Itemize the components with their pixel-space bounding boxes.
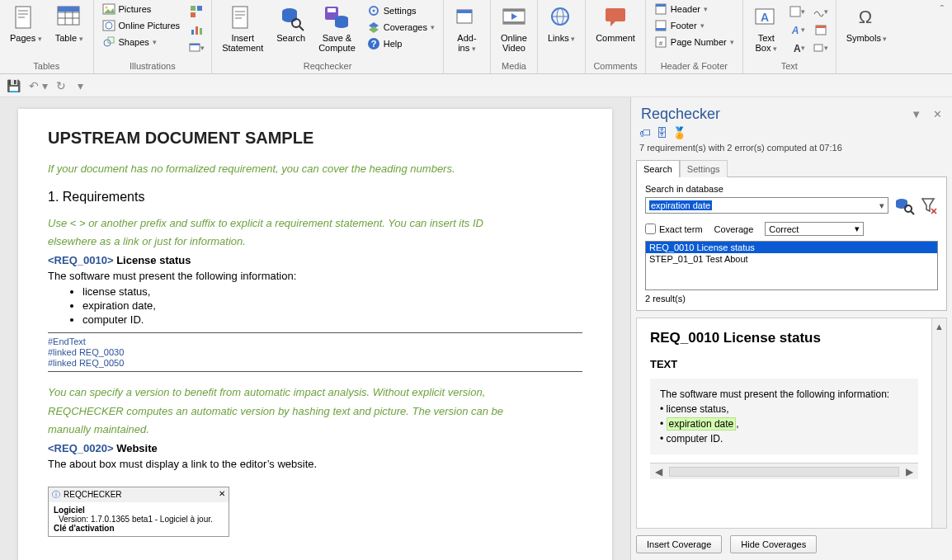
- document-area[interactable]: UPSTREAM DOCUMENT SAMPLE If your documen…: [0, 97, 630, 560]
- close-icon[interactable]: ✕: [933, 108, 942, 120]
- detail-heading: REQ_0010 License status: [650, 330, 918, 346]
- search-box: Search in database expiration date ▾ Exa…: [636, 176, 947, 311]
- endtext: #EndText: [48, 336, 582, 346]
- svg-text:A: A: [791, 25, 799, 35]
- svg-text:A: A: [761, 11, 769, 24]
- coverages-label: Coverages: [384, 22, 427, 32]
- hide-coverages-button[interactable]: Hide Coverages: [730, 535, 817, 553]
- footer-button[interactable]: Footer: [651, 18, 738, 33]
- save-compute-button[interactable]: Save & Compute: [313, 2, 361, 56]
- popup-titlebar: ⓘREQCHECKER ✕: [49, 487, 229, 502]
- chevron-down-icon: ▾: [855, 224, 860, 234]
- coverages-button[interactable]: Coverages: [364, 20, 438, 35]
- page: UPSTREAM DOCUMENT SAMPLE If your documen…: [18, 109, 612, 560]
- detail-scroll[interactable]: REQ_0010 License status TEXT The softwar…: [637, 318, 931, 528]
- ribbon-group-text: AText Box A A Text: [743, 0, 837, 73]
- smartart-button[interactable]: [188, 3, 205, 20]
- shapes-icon: [102, 35, 115, 49]
- scroll-left-icon[interactable]: ◀: [655, 466, 662, 478]
- tag-icon[interactable]: 🏷: [639, 126, 651, 139]
- pages-button[interactable]: Pages: [5, 2, 47, 46]
- popup-line2: Version: 1.7.0.1365 beta1 - Logiciel à j…: [54, 515, 224, 524]
- result-row[interactable]: STEP_01_01 Test About: [646, 253, 937, 265]
- section-heading: 1. Requirements: [48, 190, 582, 205]
- search-button[interactable]: Search: [271, 2, 310, 46]
- links-button[interactable]: Links: [543, 2, 580, 46]
- svg-rect-55: [790, 7, 800, 16]
- pane-menu-button[interactable]: ▼: [911, 108, 921, 120]
- popup-line1: Logiciel: [54, 506, 224, 515]
- header-button[interactable]: Header: [651, 2, 738, 16]
- req1-list: license status, expiration date, compute…: [82, 285, 582, 326]
- close-icon[interactable]: ✕: [219, 489, 225, 501]
- help-button[interactable]: ?Help: [364, 36, 438, 51]
- pictures-button[interactable]: Pictures: [99, 2, 184, 16]
- ribbon-group-reqchecker: Insert Statement Search Save & Compute S…: [212, 0, 444, 73]
- ribbon-badge-icon[interactable]: 🏅: [672, 126, 686, 139]
- qat-dropdown[interactable]: ▾: [78, 79, 83, 92]
- text-box-icon: A: [753, 5, 780, 31]
- tab-settings[interactable]: Settings: [680, 160, 728, 177]
- detail-li2: • expiration date,: [660, 416, 908, 431]
- undo-qat-button[interactable]: ↶ ▾: [29, 79, 48, 92]
- scroll-right-icon[interactable]: ▶: [906, 466, 913, 478]
- status-line: 7 requirement(s) with 2 error(s) compute…: [631, 139, 952, 159]
- table-button[interactable]: Table: [50, 2, 88, 46]
- run-search-button[interactable]: [893, 195, 915, 215]
- chart-button[interactable]: [188, 21, 205, 38]
- group-symbols-label: [841, 71, 893, 73]
- detail-view: REQ_0010 License status TEXT The softwar…: [636, 318, 947, 529]
- svg-point-11: [105, 7, 107, 9]
- search-label: Search: [276, 33, 305, 43]
- reqchecker-pane: Reqchecker ▼ ✕ 🏷 🗄 🏅 7 requirement(s) wi…: [630, 97, 952, 560]
- database-icon[interactable]: 🗄: [656, 126, 667, 139]
- popup-line3: Clé d'activation: [54, 524, 224, 533]
- group-text-label: Text: [748, 61, 831, 73]
- online-pictures-button[interactable]: Online Pictures: [99, 18, 184, 33]
- search-combo[interactable]: expiration date ▾: [645, 197, 888, 214]
- coverage-dropdown[interactable]: Correct▾: [765, 222, 864, 236]
- video-icon: [501, 5, 527, 31]
- insert-statement-button[interactable]: Insert Statement: [217, 2, 268, 56]
- svg-text:Ω: Ω: [858, 7, 871, 27]
- scroll-up-icon[interactable]: ▲: [935, 322, 944, 332]
- scroll-track[interactable]: [669, 467, 899, 477]
- redo-qat-button[interactable]: ↻: [56, 79, 66, 92]
- date-time-button[interactable]: [813, 21, 829, 38]
- screenshot-button[interactable]: [188, 40, 205, 56]
- online-video-button[interactable]: Online Video: [496, 2, 532, 56]
- comment-button[interactable]: Comment: [591, 2, 640, 46]
- exact-term-checkbox[interactable]: Exact term: [645, 224, 703, 234]
- signature-button[interactable]: [813, 3, 829, 20]
- result-count: 2 result(s): [645, 294, 938, 304]
- horizontal-scrollbar[interactable]: ◀▶: [650, 463, 918, 479]
- detail-intro: The software must present the following …: [660, 387, 908, 402]
- quick-parts-button[interactable]: [789, 3, 806, 20]
- text-box-button[interactable]: AText Box: [748, 2, 785, 56]
- svg-rect-46: [606, 8, 625, 21]
- clear-filter-button[interactable]: [920, 196, 938, 214]
- save-qat-button[interactable]: 💾: [7, 79, 21, 92]
- result-row[interactable]: REQ_0010 License status: [646, 242, 937, 253]
- settings-button[interactable]: Settings: [364, 3, 438, 18]
- coverage-label: Coverage: [714, 224, 754, 234]
- addins-button[interactable]: Add- ins: [449, 2, 485, 56]
- symbols-button[interactable]: ΩSymbols: [841, 2, 893, 46]
- settings-label: Settings: [384, 6, 417, 16]
- omega-icon: Ω: [854, 5, 880, 31]
- object-button[interactable]: [813, 40, 829, 56]
- wordart-button[interactable]: A: [789, 21, 806, 38]
- detail-li3-text: computer ID.: [667, 433, 723, 445]
- exact-term-input[interactable]: [645, 224, 656, 234]
- collapse-ribbon-button[interactable]: ˆ: [932, 0, 952, 73]
- shapes-button[interactable]: Shapes: [99, 35, 184, 49]
- svg-rect-26: [235, 14, 245, 16]
- detail-li3: • computer ID.: [660, 431, 908, 446]
- drop-cap-button[interactable]: A: [789, 40, 806, 56]
- svg-rect-60: [814, 45, 822, 51]
- tab-search[interactable]: Search: [636, 160, 680, 177]
- vertical-scrollbar[interactable]: ▲: [931, 318, 946, 528]
- page-number-button[interactable]: #Page Number: [651, 35, 738, 49]
- results-list[interactable]: REQ_0010 License status STEP_01_01 Test …: [645, 241, 938, 290]
- insert-coverage-button[interactable]: Insert Coverage: [636, 535, 722, 553]
